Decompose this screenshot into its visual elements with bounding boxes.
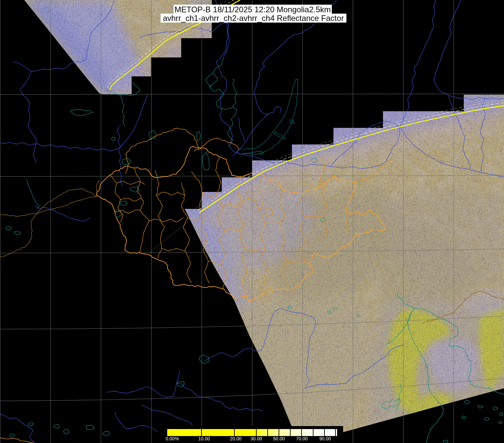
svg-text:METOP-B 18/11/2025 12:20 Mongo: METOP-B 18/11/2025 12:20 Mongolia2.5km — [175, 5, 331, 14]
svg-text:10.00: 10.00 — [198, 436, 210, 441]
svg-text:0.00%: 0.00% — [166, 436, 179, 441]
svg-text:90.00: 90.00 — [319, 436, 331, 441]
svg-text:20.00: 20.00 — [230, 436, 241, 441]
svg-text:30.00: 30.00 — [250, 436, 262, 441]
svg-text:70.00: 70.00 — [296, 436, 308, 441]
svg-text:avhrr_ch1-avhrr_ch2-avhrr_ch4: avhrr_ch1-avhrr_ch2-avhrr_ch4 Reflectanc… — [163, 14, 344, 23]
svg-text:50.00: 50.00 — [273, 436, 285, 441]
